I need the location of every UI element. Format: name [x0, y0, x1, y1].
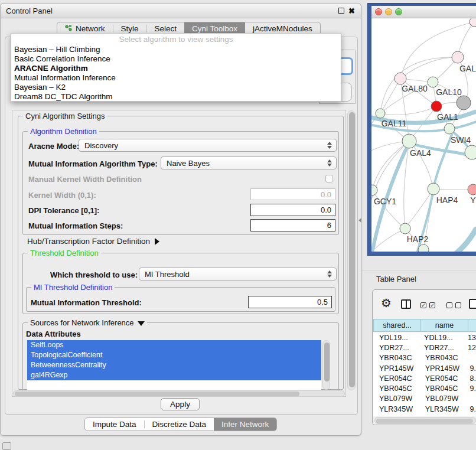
network-node[interactable] — [400, 223, 410, 234]
manual-kernel-checkbox[interactable] — [325, 175, 333, 182]
table-cell: YDL19... — [373, 334, 419, 342]
close-icon[interactable]: ✖ — [348, 6, 355, 15]
table-body[interactable]: YDL19...YDL19...13YDR27...YDR27...12YBR0… — [373, 332, 476, 416]
table-row[interactable]: YER054CYER054C8. — [373, 373, 476, 383]
mi-steps-label: Mutual Information Steps: — [28, 221, 123, 230]
mi-algorithm-type-value: Naive Bayes — [167, 159, 210, 168]
algorithm-option[interactable]: Bayesian – Hill Climbing — [11, 45, 341, 54]
aracne-mode-combo[interactable]: Discovery — [79, 139, 337, 152]
manual-kernel-label: Manual Kernel Width Definition — [28, 175, 142, 184]
minimize-traffic-light[interactable] — [385, 8, 392, 15]
mi-threshold-field[interactable]: 0.5 — [248, 296, 332, 308]
column-header-name[interactable]: name — [420, 319, 468, 332]
attribute-list-item[interactable]: gal4RGexp — [27, 370, 321, 380]
data-attributes-list[interactable]: SelfLoopsTopologicalCoefficientBetweenne… — [27, 340, 321, 390]
network-edge[interactable] — [380, 106, 436, 115]
checked-checkbox-icon[interactable]: ✓ — [420, 302, 426, 308]
column-header-shared[interactable]: shared... — [373, 319, 421, 332]
network-node-label: GAL1 — [437, 112, 458, 122]
algorithm-option[interactable]: ARACNE Algorithm — [11, 64, 341, 73]
sources-title[interactable]: Sources for Network Inference — [28, 318, 147, 327]
network-node[interactable] — [376, 109, 385, 118]
settings-vertical-scrollbar[interactable] — [347, 110, 356, 390]
tab-impute-data[interactable]: Impute Data — [85, 418, 144, 431]
algorithm-option[interactable]: Basic Correlation Inference — [11, 54, 341, 64]
network-node[interactable] — [452, 51, 464, 63]
network-node[interactable] — [465, 145, 476, 159]
attribute-list-item[interactable]: TopologicalCoefficient — [27, 350, 321, 360]
network-node[interactable] — [470, 18, 476, 27]
attribute-list-item[interactable]: SelfLoops — [27, 340, 321, 350]
mi-algorithm-type-combo[interactable]: Naive Bayes — [161, 156, 337, 169]
table-row[interactable]: YDR27...YDR27...12 — [373, 343, 476, 353]
new-column-icon[interactable] — [469, 299, 476, 309]
table-cell: 9. — [468, 384, 476, 393]
kernel-width-field[interactable]: 0.0 — [250, 188, 335, 200]
table-row[interactable]: YBR043CYBR043C — [373, 353, 476, 363]
table-cell: YLR345W — [420, 405, 468, 413]
network-node[interactable] — [431, 101, 442, 112]
table-horizontal-scrollbar[interactable] — [374, 417, 476, 424]
algorithm-definition-title: Algorithm Definition — [28, 127, 99, 136]
unchecked-checkbox-icon[interactable] — [446, 302, 452, 308]
split-columns-icon[interactable] — [401, 299, 411, 309]
collapsed-panel-icon[interactable] — [2, 442, 11, 450]
attributes-scrollbar[interactable] — [322, 340, 330, 390]
network-node[interactable] — [395, 73, 406, 84]
table-row[interactable]: YPR145WYPR145W9. — [373, 363, 476, 373]
table-cell: YER054C — [373, 374, 420, 383]
network-node[interactable] — [371, 185, 377, 195]
network-edge-highlighted[interactable] — [450, 229, 476, 252]
table-cell: YPR145W — [373, 364, 420, 373]
network-node-label: SWI4 — [451, 135, 471, 145]
gear-icon[interactable]: ⚙ — [381, 297, 392, 309]
attribute-list-item[interactable]: BetweennessCentrality — [27, 360, 321, 370]
float-icon[interactable] — [338, 8, 344, 14]
hub-definition-toggle[interactable]: Hub/Transcription Factor Definition — [27, 237, 159, 246]
table-cell: YPR145W — [420, 364, 468, 373]
table-row[interactable]: YBL079WYBL079W — [373, 394, 476, 404]
network-node[interactable] — [428, 77, 438, 87]
table-row[interactable]: YBR045CYBR045C9. — [373, 383, 476, 393]
network-node[interactable] — [457, 96, 471, 110]
dpi-tolerance-field[interactable]: 0.0 — [250, 204, 335, 216]
network-edge[interactable] — [400, 57, 458, 79]
table-cell: YLR345W — [373, 405, 420, 413]
checked-checkbox-icon[interactable]: ✓ — [429, 302, 435, 308]
apply-button[interactable]: Apply — [161, 398, 200, 410]
tab-infer-network[interactable]: Infer Network — [214, 418, 276, 431]
network-node[interactable] — [468, 184, 476, 195]
algorithm-option[interactable]: Bayesian – K2 — [11, 83, 341, 92]
panel-splitter-handle[interactable] — [358, 218, 361, 223]
kernel-width-label: Kernel Width (0,1): — [28, 191, 96, 200]
algorithm-option[interactable]: Mutual Information Inference — [11, 73, 341, 83]
algorithm-option[interactable]: Dream8 DC_TDC Algorithm — [11, 92, 341, 102]
network-edge[interactable] — [371, 190, 372, 230]
mi-steps-field[interactable]: 6 — [250, 219, 335, 231]
zoom-traffic-light[interactable] — [395, 8, 402, 15]
table-panel-header: Table Panel — [361, 270, 476, 286]
unchecked-checkbox-icon[interactable] — [455, 302, 461, 308]
mi-threshold-label: Mutual Information Threshold: — [31, 298, 142, 307]
table-cell: 13 — [465, 334, 476, 342]
network-node[interactable] — [402, 134, 416, 148]
control-panel-titlebar[interactable]: Control Panel ✖ — [1, 4, 361, 18]
which-threshold-combo[interactable]: MI Threshold — [139, 268, 337, 281]
collapse-right-icon — [155, 238, 159, 245]
tab-discretize-data[interactable]: Discretize Data — [145, 418, 214, 431]
tab-network-label: Network — [76, 24, 105, 33]
network-node[interactable] — [444, 123, 455, 134]
table-cell: YER054C — [420, 374, 468, 383]
table-cell: YBR045C — [373, 384, 420, 393]
table-row[interactable]: YIL052CYIL052C9 — [373, 414, 476, 416]
settings-horizontal-scrollbar[interactable] — [13, 390, 345, 397]
close-traffic-light[interactable] — [375, 8, 382, 15]
table-row[interactable]: YLR345WYLR345W9. — [373, 404, 476, 414]
mi-threshold-definition-title: MI Threshold Definition — [31, 283, 115, 292]
table-row[interactable]: YDL19...YDL19...13 — [373, 332, 476, 343]
column-header-partial[interactable] — [468, 319, 476, 332]
mi-algorithm-type-label: Mutual Information Algorithm Type: — [28, 159, 158, 168]
network-canvas-svg[interactable]: GALGAL80GAL10GAL1GAL11SWI4GAL4GCY1HAP4YH… — [371, 18, 476, 252]
network-canvas[interactable]: GALGAL80GAL10GAL1GAL11SWI4GAL4GCY1HAP4YH… — [371, 18, 476, 252]
network-node[interactable] — [428, 183, 439, 195]
